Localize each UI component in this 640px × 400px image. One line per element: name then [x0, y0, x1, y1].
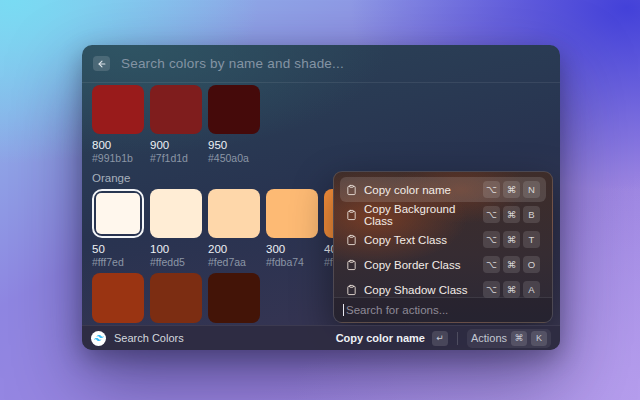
tailwind-logo-icon	[91, 331, 106, 346]
footer-bar: Search Colors Copy color name ↵ Actions …	[82, 325, 560, 350]
hex-label: #fdba74	[266, 257, 318, 268]
shortcut-keys: ⌥ ⌘ B	[483, 206, 540, 223]
clipboard-icon	[346, 184, 357, 196]
hex-label: #991b1b	[92, 153, 144, 164]
actions-menu: Copy color name ⌥ ⌘ N Copy Background Cl…	[333, 171, 553, 323]
color-swatch[interactable]	[150, 273, 202, 323]
color-swatch[interactable]	[150, 85, 202, 134]
swatch-red-900[interactable]: 900 #7f1d1d	[150, 85, 202, 164]
shortcut-keys: ⌥ ⌘ N	[483, 181, 540, 198]
swatch-orange-800[interactable]	[92, 273, 144, 323]
hex-label: #fff7ed	[92, 257, 144, 268]
swatch-orange-200[interactable]: 200 #fed7aa	[208, 189, 260, 268]
shade-label: 100	[150, 243, 202, 255]
color-swatch[interactable]	[92, 85, 144, 134]
command-key: ⌘	[503, 206, 520, 223]
command-key: ⌘	[511, 331, 527, 346]
shortcut-keys: ⌥ ⌘ T	[483, 231, 540, 248]
color-swatch[interactable]	[208, 189, 260, 238]
letter-key: N	[523, 181, 540, 198]
selection-ring[interactable]	[92, 189, 144, 238]
actions-search-placeholder: Search for actions...	[346, 304, 448, 316]
menu-item-label: Copy Text Class	[364, 234, 447, 246]
option-key: ⌥	[483, 231, 500, 248]
command-key: ⌘	[503, 181, 520, 198]
letter-key: A	[523, 281, 540, 298]
red-swatch-row: 800 #991b1b 900 #7f1d1d 950 #450a0a	[92, 85, 550, 164]
actions-search-input[interactable]: Search for actions...	[334, 297, 552, 322]
swatch-orange-900[interactable]	[150, 273, 202, 323]
letter-key: B	[523, 206, 540, 223]
color-swatch[interactable]	[208, 85, 260, 134]
letter-key: T	[523, 231, 540, 248]
menu-item-copy-text-class[interactable]: Copy Text Class ⌥ ⌘ T	[340, 227, 546, 252]
menu-item-label: Copy Background Class	[364, 203, 476, 227]
shade-label: 300	[266, 243, 318, 255]
text-cursor	[343, 304, 344, 316]
app-name: Search Colors	[114, 332, 184, 344]
arrow-left-icon	[97, 55, 107, 73]
shortcut-keys: ⌥ ⌘ O	[483, 256, 540, 273]
menu-item-copy-border-class[interactable]: Copy Border Class ⌥ ⌘ O	[340, 252, 546, 277]
letter-key: O	[523, 256, 540, 273]
hex-label: #fed7aa	[208, 257, 260, 268]
color-swatch[interactable]	[92, 273, 144, 323]
footer-divider	[457, 332, 458, 345]
shade-label: 50	[92, 243, 144, 255]
color-swatch	[96, 193, 140, 234]
hex-label: #ffedd5	[150, 257, 202, 268]
swatch-red-800[interactable]: 800 #991b1b	[92, 85, 144, 164]
actions-button[interactable]: Actions ⌘ K	[467, 329, 551, 348]
command-key: ⌘	[503, 256, 520, 273]
back-button[interactable]	[93, 56, 110, 71]
desktop-background: Search colors by name and shade... 800 #…	[0, 0, 640, 400]
command-key: ⌘	[503, 281, 520, 298]
menu-item-label: Copy Shadow Class	[364, 284, 468, 296]
actions-menu-list: Copy color name ⌥ ⌘ N Copy Background Cl…	[334, 172, 552, 302]
clipboard-icon	[346, 234, 357, 246]
color-swatch[interactable]	[150, 189, 202, 238]
swatch-orange-50-selected[interactable]: 50 #fff7ed	[92, 189, 144, 268]
option-key: ⌥	[483, 256, 500, 273]
search-colors-window: Search colors by name and shade... 800 #…	[82, 45, 560, 350]
hex-label: #7f1d1d	[150, 153, 202, 164]
swatch-orange-950[interactable]	[208, 273, 260, 323]
clipboard-icon	[346, 259, 357, 271]
command-key: ⌘	[503, 231, 520, 248]
shortcut-keys: ⌥ ⌘ A	[483, 281, 540, 298]
shade-label: 900	[150, 139, 202, 151]
k-key: K	[531, 331, 547, 346]
menu-item-label: Copy Border Class	[364, 259, 461, 271]
color-swatch[interactable]	[208, 273, 260, 323]
primary-action-label[interactable]: Copy color name	[336, 332, 425, 344]
menu-item-copy-color-name[interactable]: Copy color name ⌥ ⌘ N	[340, 177, 546, 202]
return-key-icon: ↵	[432, 331, 448, 346]
search-input[interactable]: Search colors by name and shade...	[121, 56, 344, 71]
hex-label: #450a0a	[208, 153, 260, 164]
option-key: ⌥	[483, 206, 500, 223]
shade-label: 800	[92, 139, 144, 151]
footer-actions: Copy color name ↵ Actions ⌘ K	[336, 329, 551, 348]
color-swatch[interactable]	[266, 189, 318, 238]
actions-label: Actions	[471, 332, 507, 344]
clipboard-icon	[346, 209, 357, 221]
swatch-orange-300[interactable]: 300 #fdba74	[266, 189, 318, 268]
search-bar: Search colors by name and shade...	[82, 45, 560, 83]
option-key: ⌥	[483, 281, 500, 298]
shade-label: 200	[208, 243, 260, 255]
option-key: ⌥	[483, 181, 500, 198]
shade-label: 950	[208, 139, 260, 151]
swatch-red-950[interactable]: 950 #450a0a	[208, 85, 260, 164]
menu-item-label: Copy color name	[364, 184, 451, 196]
menu-item-copy-background-class[interactable]: Copy Background Class ⌥ ⌘ B	[340, 202, 546, 227]
clipboard-icon	[346, 284, 357, 296]
swatch-orange-100[interactable]: 100 #ffedd5	[150, 189, 202, 268]
